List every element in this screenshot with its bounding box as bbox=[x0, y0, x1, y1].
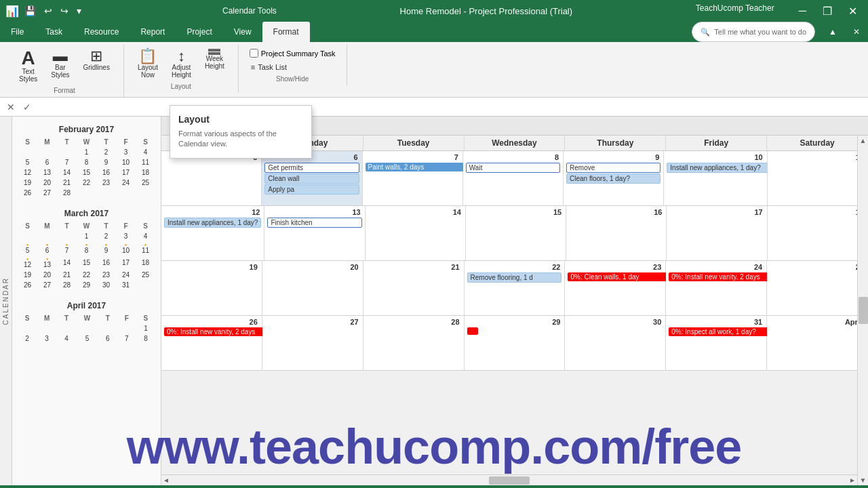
bar-styles-button[interactable]: ▬ BarStyles bbox=[45, 47, 75, 84]
cal-cell-mar20[interactable]: 20 bbox=[262, 261, 363, 315]
tell-me-bar[interactable]: 🔍 Tell me what you want to do bbox=[692, 22, 815, 42]
tooltip-popup: Layout Format various aspects of the Cal… bbox=[170, 105, 312, 159]
ribbon-tabs: File Task Resource Report Project View F… bbox=[0, 22, 868, 42]
project-summary-check[interactable] bbox=[250, 49, 258, 58]
calendar-sidebar[interactable]: February 2017 SMTWTFS 1234 567891011 121… bbox=[12, 117, 161, 485]
date-mar18: 18 bbox=[770, 207, 865, 217]
customize-qa-button[interactable]: ▾ bbox=[74, 4, 84, 18]
tab-project[interactable]: Project bbox=[176, 22, 222, 42]
redo-button[interactable]: ↪ bbox=[58, 4, 71, 18]
cal-cell-mar5[interactable]: 5 bbox=[161, 151, 262, 205]
ribbon-close-app-btn[interactable]: ✕ bbox=[848, 24, 865, 39]
vendor-name: TeachUcomp Teacher bbox=[696, 3, 774, 19]
mini-cal-feb-header: February 2017 bbox=[18, 122, 155, 137]
cal-cell-mar16[interactable]: 16 bbox=[566, 206, 667, 260]
week-height-button[interactable]: WeekHeight bbox=[199, 47, 230, 80]
date-mar7: 7 bbox=[366, 152, 460, 162]
task-clean-wall[interactable]: Clean wall bbox=[264, 174, 359, 184]
cal-cell-mar11[interactable]: 11 bbox=[768, 151, 868, 205]
cal-cell-mar13[interactable]: 13 Finish kitchen bbox=[264, 206, 365, 260]
task-install-appliances-2[interactable]: Install new appliances, 1 day? bbox=[164, 218, 261, 228]
cal-cell-mar9[interactable]: 9 Remove Clean floors, 1 day? bbox=[564, 151, 664, 205]
cal-cell-apr1[interactable]: Apr 1 bbox=[767, 316, 868, 370]
task-list-label: Task List bbox=[258, 63, 287, 71]
layout-now-button[interactable]: 📋 LayoutNow bbox=[132, 47, 163, 80]
mini-calendar-feb: February 2017 SMTWTFS 1234 567891011 121… bbox=[18, 122, 155, 198]
date-mar20: 20 bbox=[265, 262, 360, 272]
text-styles-button[interactable]: A TextStyles bbox=[14, 47, 43, 84]
cal-cell-mar14[interactable]: 14 bbox=[366, 206, 466, 260]
date-mar27: 27 bbox=[265, 317, 360, 327]
cal-cell-mar15[interactable]: 15 bbox=[466, 206, 566, 260]
cal-week-4: 26 0%: Install new vanity, 2 days 27 28 … bbox=[161, 316, 868, 371]
tab-task[interactable]: Task bbox=[35, 22, 73, 42]
header-saturday: Saturday bbox=[767, 136, 868, 150]
task-get-permits[interactable]: Get permits bbox=[264, 163, 359, 173]
task-list-button[interactable]: ≡ Task List bbox=[247, 62, 338, 73]
format-group-items: A TextStyles ▬ BarStyles ⊞ Gridlines bbox=[14, 47, 115, 84]
apr-title: April 2017 bbox=[67, 301, 106, 310]
tell-me-label: Tell me what you want to do bbox=[714, 28, 806, 36]
cal-cell-mar17[interactable]: 17 bbox=[667, 206, 767, 260]
task-remove-flooring[interactable]: Remove flooring, 1 d bbox=[467, 272, 562, 283]
cal-cell-mar29[interactable]: 29 bbox=[465, 316, 566, 370]
bar-styles-label: BarStyles bbox=[51, 64, 69, 79]
gridlines-button[interactable]: ⊞ Gridlines bbox=[77, 47, 115, 84]
cal-cell-mar7[interactable]: 7 Paint walls, 2 days bbox=[363, 151, 463, 205]
search-icon: 🔍 bbox=[701, 28, 710, 37]
cal-cell-mar24[interactable]: 24 0%: Install new vanity, 2 days bbox=[666, 261, 767, 315]
date-mar23: 23 bbox=[568, 262, 663, 272]
cal-cell-mar21[interactable]: 21 bbox=[363, 261, 465, 315]
quick-access-toolbar: 💾 ↩ ↪ ▾ bbox=[22, 4, 84, 18]
undo-button[interactable]: ↩ bbox=[41, 4, 55, 18]
task-remove[interactable]: Remove bbox=[566, 163, 660, 173]
cal-cell-mar23[interactable]: 23 0%: Clean walls, 1 day bbox=[565, 261, 666, 315]
vertical-scrollbar[interactable]: ▲ ▼ bbox=[857, 136, 868, 485]
cal-cell-mar19[interactable]: 19 bbox=[161, 261, 262, 315]
mini-cal-mar-header: March 2017 bbox=[18, 206, 155, 221]
cal-cell-mar30[interactable]: 30 bbox=[565, 316, 666, 370]
cal-cell-mar25[interactable]: 25 bbox=[767, 261, 868, 315]
minimize-button[interactable]: ─ bbox=[793, 3, 812, 19]
header-friday: Friday bbox=[666, 136, 767, 150]
cal-cell-mar31[interactable]: 31 0%: Inspect all work, 1 day? bbox=[666, 316, 767, 370]
cal-cell-mar26[interactable]: 26 0%: Install new vanity, 2 days bbox=[161, 316, 262, 370]
cal-cell-mar6[interactable]: 6 Get permits Clean wall Apply pa bbox=[262, 151, 362, 205]
tab-view[interactable]: View bbox=[223, 22, 262, 42]
task-apply-paint[interactable]: Apply pa bbox=[264, 184, 359, 195]
date-mar13: 13 bbox=[267, 207, 361, 217]
adjust-height-button[interactable]: ↕ AdjustHeight bbox=[166, 47, 197, 80]
ribbon-minimize-btn[interactable]: ▲ bbox=[823, 24, 842, 39]
cal-cell-mar18[interactable]: 18 bbox=[768, 206, 868, 260]
project-summary-checkbox[interactable]: Project Summary Task bbox=[247, 47, 338, 59]
cal-cell-mar28[interactable]: 28 bbox=[363, 316, 465, 370]
cal-cell-mar27[interactable]: 27 bbox=[262, 316, 363, 370]
date-mar25: 25 bbox=[770, 262, 865, 272]
save-button[interactable]: 💾 bbox=[22, 4, 39, 18]
close-button[interactable]: ✕ bbox=[843, 3, 863, 19]
tab-report[interactable]: Report bbox=[130, 22, 176, 42]
date-mar8: 8 bbox=[466, 152, 560, 162]
tab-resource[interactable]: Resource bbox=[73, 22, 130, 42]
task-wait[interactable]: Wait bbox=[466, 163, 560, 173]
task-finish-kitchen[interactable]: Finish kitchen bbox=[267, 218, 361, 228]
formula-cancel-button[interactable]: ✕ bbox=[3, 100, 19, 114]
restore-button[interactable]: ❐ bbox=[817, 3, 837, 19]
task-clean-floors[interactable]: Clean floors, 1 day? bbox=[566, 174, 660, 184]
gridlines-icon: ⊞ bbox=[90, 49, 102, 64]
formula-input[interactable] bbox=[35, 101, 865, 113]
tab-file[interactable]: File bbox=[0, 22, 35, 42]
tab-format[interactable]: Format bbox=[262, 22, 310, 42]
layout-group-items: 📋 LayoutNow ↕ AdjustHeight WeekHeight bbox=[132, 47, 230, 80]
layout-now-label: LayoutNow bbox=[138, 64, 158, 79]
horizontal-scrollbar[interactable]: ◄ ► bbox=[161, 474, 857, 485]
cal-week-2: 12 Install new appliances, 1 day? 13 Fin… bbox=[161, 206, 868, 261]
tooltip-title: Layout bbox=[178, 114, 303, 125]
formula-confirm-button[interactable]: ✓ bbox=[19, 100, 35, 114]
task-red-small-29[interactable] bbox=[467, 327, 478, 335]
cal-cell-mar12[interactable]: 12 Install new appliances, 1 day? bbox=[161, 206, 264, 260]
cal-cell-mar10[interactable]: 10 Install new appliances, 1 day? bbox=[664, 151, 767, 205]
cal-cell-mar8[interactable]: 8 Wait bbox=[463, 151, 564, 205]
status-bar: Ready 📋 New Tasks : Auto Scheduled 📊 📋 📅… bbox=[0, 485, 868, 488]
cal-cell-mar22[interactable]: 22 Remove flooring, 1 d bbox=[465, 261, 566, 315]
